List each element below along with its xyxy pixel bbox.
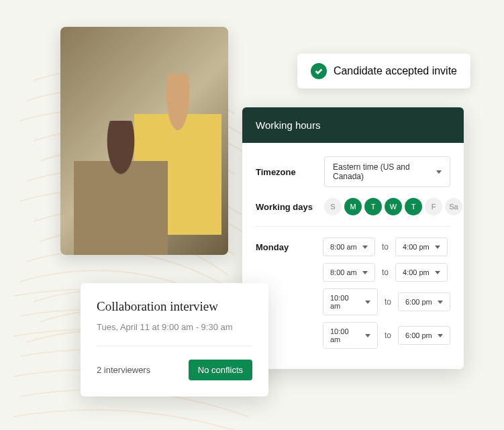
day-pill-wed[interactable]: W (385, 198, 402, 215)
day-name-monday: Monday (256, 242, 316, 252)
interview-card: Collaboration interview Tues, April 11 a… (81, 283, 268, 396)
interview-datetime: Tues, April 11 at 9:00 am - 9:30 am (97, 322, 252, 332)
time-end-select[interactable]: 4:00 pm (395, 263, 448, 282)
interviewers-count: 2 interviewers (97, 365, 150, 375)
working-hours-title: Working hours (242, 107, 464, 143)
team-photo (60, 27, 228, 255)
status-label: Candidate accepted invite (334, 65, 457, 77)
time-end-select[interactable]: 6:00 pm (398, 292, 450, 311)
time-start-select[interactable]: 8:00 am (323, 263, 375, 282)
to-label: to (385, 331, 391, 340)
day-pill-thu[interactable]: T (405, 198, 422, 215)
time-end-select[interactable]: 6:00 pm (398, 326, 450, 345)
caret-down-icon (362, 271, 368, 274)
to-label: to (382, 268, 389, 277)
caret-down-icon (438, 334, 443, 337)
day-pill-sat[interactable]: Sa (445, 198, 462, 215)
time-end-select[interactable]: 4:00 pm (395, 237, 448, 256)
divider (97, 345, 252, 346)
day-pill-fri[interactable]: F (425, 198, 442, 215)
time-start-select[interactable]: 8:00 am (323, 237, 375, 256)
timezone-value: Eastern time (US and Canada) (333, 162, 436, 181)
caret-down-icon (362, 246, 368, 249)
working-hours-panel: Working hours Timezone Eastern time (US … (242, 107, 464, 369)
caret-down-icon (435, 271, 440, 274)
to-label: to (385, 297, 391, 307)
divider (256, 226, 450, 227)
caret-down-icon (365, 334, 370, 337)
caret-down-icon (435, 246, 440, 249)
days-selector: S M T W T F Sa (324, 198, 462, 215)
check-circle-icon (311, 63, 327, 79)
time-start-select[interactable]: 10:00 am (323, 288, 378, 315)
status-toast: Candidate accepted invite (297, 54, 470, 89)
day-pill-tue[interactable]: T (364, 198, 382, 215)
time-start-select[interactable]: 10:00 am (323, 322, 378, 349)
interview-title: Collaboration interview (97, 299, 252, 314)
to-label: to (382, 242, 389, 252)
day-pill-mon[interactable]: M (344, 198, 362, 215)
caret-down-icon (438, 301, 443, 304)
day-pill-sun[interactable]: S (324, 198, 342, 215)
timezone-label: Timezone (256, 167, 316, 177)
working-days-label: Working days (256, 202, 316, 212)
timezone-select[interactable]: Eastern time (US and Canada) (324, 156, 450, 187)
caret-down-icon (436, 170, 442, 174)
no-conflicts-button[interactable]: No conflicts (189, 360, 252, 380)
caret-down-icon (365, 301, 370, 304)
